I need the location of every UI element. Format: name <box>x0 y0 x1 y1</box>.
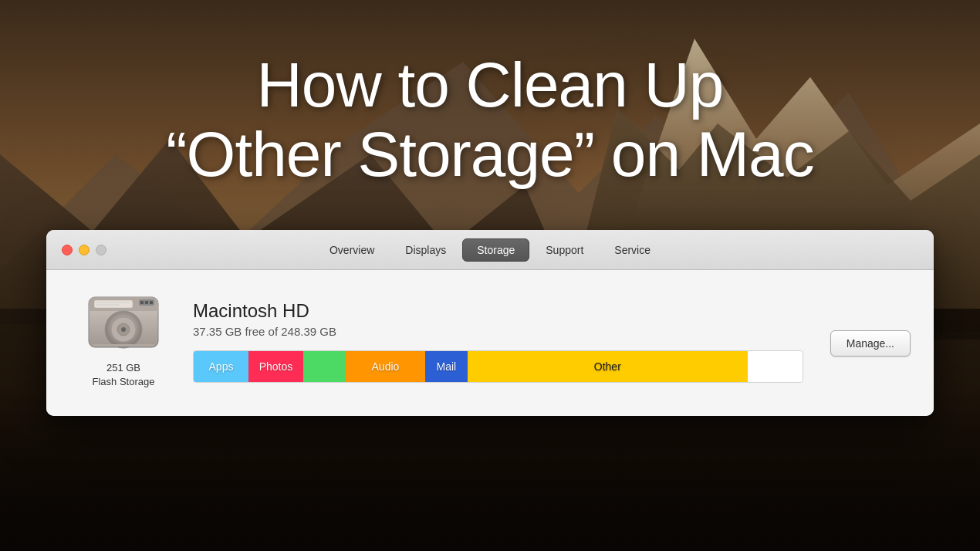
drive-capacity: 251 GB <box>93 361 155 375</box>
bar-mail-label: Mail <box>436 360 456 373</box>
hard-drive-icon <box>85 293 162 355</box>
title-line2: “Other Storage” on Mac <box>166 120 813 189</box>
svg-rect-15 <box>94 300 133 308</box>
window-content: 251 GB Flash Storage Macintosh HD 37.35 … <box>46 270 934 416</box>
storage-bar: Apps Photos Audio Mail Other <box>193 350 803 383</box>
bar-other-label: Other <box>594 360 621 373</box>
bar-mail: Mail <box>425 351 468 382</box>
bar-photos: Photos <box>248 351 303 382</box>
minimize-button[interactable] <box>79 245 90 255</box>
bar-audio-label: Audio <box>372 360 400 373</box>
tab-service[interactable]: Service <box>600 238 665 262</box>
tab-storage[interactable]: Storage <box>462 238 529 262</box>
drive-icon-area: 251 GB Flash Storage <box>69 293 177 389</box>
bar-other: Other <box>468 351 748 382</box>
svg-rect-20 <box>145 301 148 304</box>
bar-photos-label: Photos <box>259 360 293 373</box>
bar-audio: Audio <box>346 351 425 382</box>
title-overlay: How to Clean Up “Other Storage” on Mac <box>0 0 980 224</box>
svg-rect-22 <box>93 344 154 346</box>
tab-bar: Overview Displays Storage Support Servic… <box>62 238 918 262</box>
page-title: How to Clean Up “Other Storage” on Mac <box>166 50 813 189</box>
svg-rect-19 <box>140 301 144 304</box>
close-button[interactable] <box>62 245 73 255</box>
bar-free <box>748 351 803 382</box>
drive-name: Macintosh HD <box>193 300 803 322</box>
maximize-button[interactable] <box>96 245 106 255</box>
traffic-lights <box>62 245 106 255</box>
titlebar: Overview Displays Storage Support Servic… <box>46 230 934 270</box>
bar-green <box>303 351 346 382</box>
tab-displays[interactable]: Displays <box>390 238 461 262</box>
svg-point-14 <box>121 327 126 332</box>
drive-free-space: 37.35 GB free of 248.39 GB <box>193 325 803 338</box>
manage-button[interactable]: Manage... <box>830 330 911 357</box>
tab-support[interactable]: Support <box>531 238 598 262</box>
svg-rect-21 <box>150 301 153 304</box>
title-line1: How to Clean Up <box>166 50 813 120</box>
tab-overview[interactable]: Overview <box>315 238 389 262</box>
drive-info: Macintosh HD 37.35 GB free of 248.39 GB … <box>193 300 803 383</box>
drive-type: Flash Storage <box>93 375 155 389</box>
drive-row: 251 GB Flash Storage Macintosh HD 37.35 … <box>69 293 911 389</box>
mac-window: Overview Displays Storage Support Servic… <box>46 230 934 416</box>
bar-apps: Apps <box>194 351 248 382</box>
bar-apps-label: Apps <box>209 360 234 373</box>
drive-capacity-label: 251 GB Flash Storage <box>93 361 155 389</box>
manage-button-area: Manage... <box>830 326 911 357</box>
